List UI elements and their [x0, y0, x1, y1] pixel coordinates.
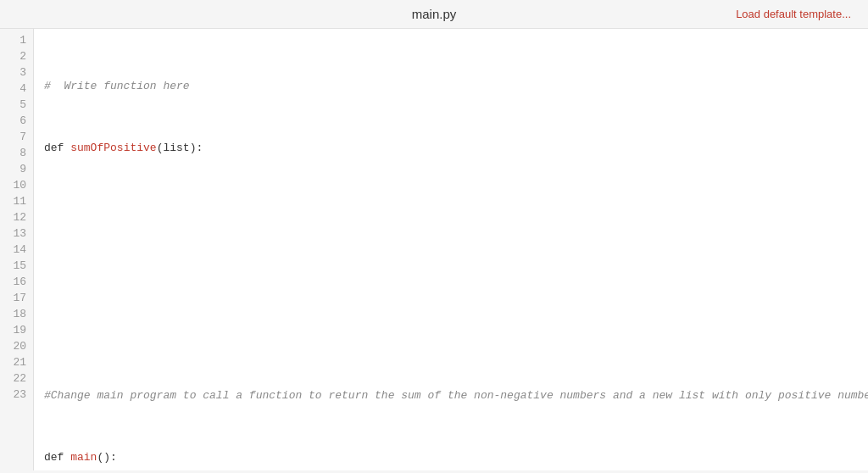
line-num: 6 — [0, 113, 33, 129]
line-num: 10 — [0, 177, 33, 193]
line-num: 11 — [0, 193, 33, 209]
line-num: 21 — [0, 354, 33, 370]
line-num: 9 — [0, 161, 33, 177]
line-num: 23 — [0, 387, 33, 403]
code-line-7: def main(): — [44, 449, 868, 465]
code-line-4 — [44, 264, 868, 280]
code-line-5 — [44, 326, 868, 342]
line-num: 7 — [0, 129, 33, 145]
line-num: 3 — [0, 64, 33, 81]
line-num: 16 — [0, 274, 33, 290]
editor-container: 1 2 3 4 5 6 7 8 9 10 11 12 13 14 15 16 1… — [0, 29, 868, 470]
line-num: 5 — [0, 97, 33, 113]
line-num: 18 — [0, 306, 33, 322]
file-title: main.py — [412, 7, 457, 21]
header: main.py Load default template... — [0, 0, 868, 29]
line-num: 8 — [0, 145, 33, 161]
code-line-6: #Change main program to call a function … — [44, 387, 868, 403]
load-template-button[interactable]: Load default template... — [736, 8, 851, 20]
line-num: 19 — [0, 322, 33, 338]
line-num: 4 — [0, 81, 33, 97]
line-num: 22 — [0, 370, 33, 387]
line-num: 2 — [0, 48, 33, 64]
line-num: 12 — [0, 209, 33, 225]
line-num: 1 — [0, 32, 33, 48]
code-line-2: def sumOfPositive(list): — [44, 140, 868, 156]
line-num: 14 — [0, 242, 33, 258]
code-line-3 — [44, 202, 868, 218]
code-editor[interactable]: # Write function here def sumOfPositive(… — [34, 29, 868, 470]
code-line-1: # Write function here — [44, 78, 868, 94]
line-num: 20 — [0, 338, 33, 354]
line-num: 17 — [0, 290, 33, 306]
line-num: 15 — [0, 258, 33, 274]
line-numbers: 1 2 3 4 5 6 7 8 9 10 11 12 13 14 15 16 1… — [0, 29, 34, 470]
line-num: 13 — [0, 225, 33, 242]
